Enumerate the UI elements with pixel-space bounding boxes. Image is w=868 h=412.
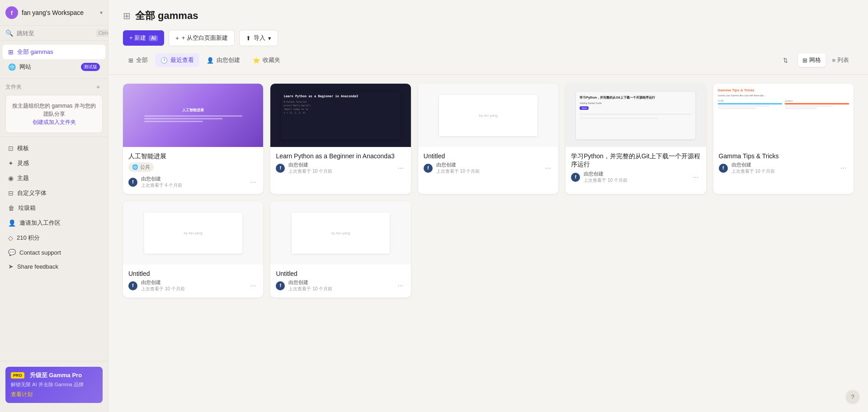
sidebar-item-label: 模板 [17, 144, 29, 152]
globe-icon: 🌐 [8, 63, 16, 71]
trash-icon: 🗑 [8, 204, 14, 212]
card-thumbnail: 人工智能进展 [123, 84, 263, 147]
filter-favorites[interactable]: ⭐ 收藏夹 [247, 53, 286, 67]
invite-icon: 👤 [8, 219, 16, 227]
sidebar-item-trash[interactable]: 🗑 垃圾箱 [3, 201, 105, 215]
more-options-button[interactable]: ··· [248, 281, 258, 291]
thumb-title: 人工智能进展 [182, 108, 204, 113]
card-python-git[interactable]: 学习Python，并完整的从Git上下载一个开源程序运行 Getting Sta… [566, 84, 706, 194]
view-toggle: ⊞ 网格 ≡ 列表 [798, 53, 854, 67]
inspiration-icon: ✦ [8, 160, 14, 167]
grid-view-button[interactable]: ⊞ 网格 [798, 53, 826, 67]
card-thumbnail: Learn Python as a Beginner in Anaconda3 … [270, 84, 410, 147]
search-icon: 🔍 [5, 29, 13, 37]
toolbar: + 新建 AI + + 从空白页面新建 ⬆ 导入 ▾ [108, 23, 868, 53]
page-title: 全部 gammas [135, 9, 198, 23]
card-meta-text: 由您创建 上次查看于 10 个月前 [584, 170, 687, 184]
folders-label: 文件夹 [5, 83, 22, 91]
card-thumbnail: by fan yang [123, 201, 263, 265]
filter-label: 全部 [136, 56, 148, 64]
sidebar-item-label: 主题 [17, 174, 29, 182]
sort-icon: ⇅ [783, 57, 788, 64]
chevron-down-icon: ▾ [268, 35, 271, 42]
last-viewed-text: 上次查看于 10 个月前 [288, 168, 392, 175]
more-options-button[interactable]: ··· [396, 163, 405, 173]
help-button[interactable]: ? [846, 390, 859, 403]
pro-plan-link[interactable]: 查看计划 [11, 391, 97, 398]
new-button[interactable]: + 新建 AI [123, 30, 164, 46]
create-folder-link[interactable]: 创建或加入文件夹 [33, 119, 76, 125]
sidebar-item-custom-fonts[interactable]: ⊟ 自定义字体 [3, 186, 105, 200]
creator-text: 由您创建 [584, 170, 687, 177]
card-body: Untitled f 由您创建 上次查看于 10 个月前 ··· [270, 265, 410, 298]
sidebar-item-templates[interactable]: ⊡ 模板 [3, 141, 105, 156]
filter-bar: ⊞ 全部 🕐 最近查看 👤 由您创建 ⭐ 收藏夹 ⇅ ⊞ 网格 ≡ 列表 [108, 53, 868, 75]
card-untitled-2[interactable]: by fan yang Untitled f 由您创建 上次查看于 10 个月前… [123, 201, 263, 298]
more-options-button[interactable]: ··· [543, 163, 553, 173]
card-ai-advance[interactable]: 人工智能进展 人工智能进展 🌐 公共 f 由您创建 [123, 84, 263, 194]
sidebar-item-share-feedback[interactable]: ➤ Share feedback [3, 260, 105, 273]
card-meta: f 由您创建 上次查看于 10 个月前 ··· [571, 170, 700, 184]
sidebar-item-label: 网站 [19, 63, 31, 71]
folders-empty-message: 按主题组织您的 gammas 并与您的团队分享 创建或加入文件夹 [5, 95, 103, 133]
filter-by-me[interactable]: 👤 由您创建 [201, 53, 245, 67]
more-options-button[interactable]: ··· [691, 172, 700, 182]
import-icon: ⬆ [246, 35, 251, 42]
card-meta-text: 由您创建 上次查看于 10 个月前 [288, 161, 392, 175]
card-learn-python[interactable]: Learn Python as a Beginner in Anaconda3 … [270, 84, 410, 194]
avatar: f [571, 173, 580, 182]
add-folder-button[interactable]: + [94, 82, 103, 91]
card-thumbnail: by fan yang [270, 201, 410, 265]
sidebar-top-nav: ⊞ 全部 gammas 🌐 网站 测试版 [0, 41, 108, 79]
new-blank-button[interactable]: + + 从空白页面新建 [169, 30, 235, 46]
grid-view-icon: ⊞ [802, 57, 807, 64]
sort-button[interactable]: ⇅ [778, 54, 793, 66]
sidebar-item-inspiration[interactable]: ✦ 灵感 [3, 156, 105, 170]
card-meta: f 由您创建 上次查看于 10 个月前 ··· [424, 161, 553, 175]
filter-label: 最近查看 [170, 56, 194, 64]
sidebar-item-themes[interactable]: ◉ 主题 [3, 171, 105, 185]
card-thumbnail: by fan yang [418, 84, 558, 147]
workspace-header[interactable]: f fan yang's Workspace ▾ [0, 0, 108, 26]
search-input[interactable] [17, 30, 93, 37]
more-options-button[interactable]: ··· [839, 163, 848, 173]
card-body: Untitled f 由您创建 上次查看于 10 个月前 ··· [418, 147, 558, 180]
card-meta: f 由您创建 上次查看于 4 个月前 ··· [128, 175, 258, 189]
public-badge: 🌐 公共 [128, 162, 154, 172]
sidebar-item-label: 邀请加入工作区 [19, 219, 61, 227]
filter-label: 由您创建 [217, 56, 240, 64]
card-untitled-3[interactable]: by fan yang Untitled f 由您创建 上次查看于 10 个月前… [270, 201, 410, 298]
card-body: Learn Python as a Beginner in Anaconda3 … [270, 147, 410, 180]
avatar: f [128, 281, 137, 290]
sidebar-item-label: Share feedback [17, 263, 58, 270]
card-thumbnail: 学习Python，并完整的从Git上下载一个开源程序运行 Getting Sta… [566, 84, 706, 147]
search-bar: 🔍 Ctrl+K [0, 26, 108, 41]
sidebar-item-website[interactable]: 🌐 网站 测试版 [3, 60, 105, 74]
last-viewed-text: 上次查看于 10 个月前 [288, 286, 392, 292]
more-options-button[interactable]: ··· [396, 281, 405, 291]
creator-text: 由您创建 [141, 279, 245, 286]
sidebar-item-all-gammas[interactable]: ⊞ 全部 gammas [3, 45, 105, 59]
chevron-down-icon: ▾ [100, 9, 103, 16]
creator-text: 由您创建 [436, 161, 540, 168]
font-icon: ⊟ [8, 189, 14, 197]
list-label: 列表 [837, 56, 849, 64]
filter-all[interactable]: ⊞ 全部 [123, 53, 153, 67]
list-view-button[interactable]: ≡ 列表 [827, 53, 854, 67]
card-gamma-tips[interactable]: Gamma Tips & Tricks Launch your Gamma li… [713, 84, 854, 194]
card-untitled-1[interactable]: by fan yang Untitled f 由您创建 上次查看于 10 个月前… [418, 84, 558, 194]
all-icon: ⊞ [128, 57, 133, 64]
sidebar-bottom-nav: ⊡ 模板 ✦ 灵感 ◉ 主题 ⊟ 自定义字体 🗑 垃圾箱 👤 邀请加入工作区 ◇… [0, 137, 108, 277]
main-content: ⊞ 全部 gammas + 新建 AI + + 从空白页面新建 ⬆ 导入 ▾ ⊞… [108, 0, 868, 412]
import-label: 导入 [254, 34, 265, 42]
card-meta: f 由您创建 上次查看于 10 个月前 ··· [719, 161, 848, 175]
sidebar-footer: PRO 升级至 Gamma Pro 解锁无限 AI 并去除 Gamma 品牌 查… [0, 361, 108, 412]
card-title: Untitled [276, 270, 405, 277]
sidebar-item-invite[interactable]: 👤 邀请加入工作区 [3, 216, 105, 230]
more-options-button[interactable]: ··· [248, 177, 258, 187]
filter-recent[interactable]: 🕐 最近查看 [155, 53, 199, 67]
sidebar-item-points[interactable]: ◇ 210 积分 [3, 231, 105, 245]
import-button[interactable]: ⬆ 导入 ▾ [239, 30, 278, 46]
pro-upgrade-banner[interactable]: PRO 升级至 Gamma Pro 解锁无限 AI 并去除 Gamma 品牌 查… [5, 367, 103, 403]
sidebar-item-contact-support[interactable]: 💬 Contact support [3, 246, 105, 259]
